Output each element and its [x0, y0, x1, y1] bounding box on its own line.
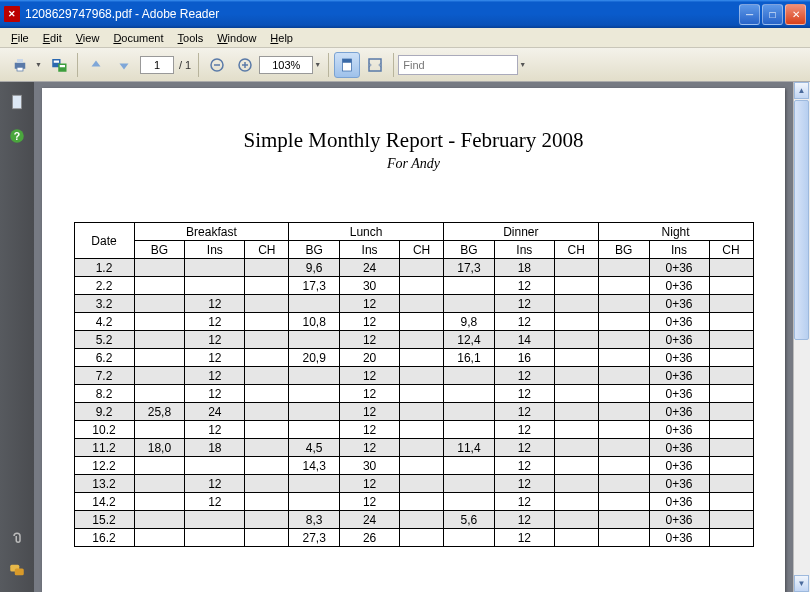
- menu-file[interactable]: File: [4, 30, 36, 46]
- cell: [709, 511, 753, 529]
- next-page-button[interactable]: [111, 52, 137, 78]
- report-title: Simple Monthly Report - February 2008: [62, 128, 765, 153]
- prev-page-button[interactable]: [83, 52, 109, 78]
- comments-button[interactable]: [5, 558, 29, 582]
- zoom-in-button[interactable]: [232, 52, 258, 78]
- zoom-out-button[interactable]: [204, 52, 230, 78]
- question-icon: ?: [8, 127, 26, 145]
- cell: [185, 511, 245, 529]
- close-button[interactable]: ✕: [785, 4, 806, 25]
- cell: 6.2: [74, 349, 134, 367]
- cell: 14,3: [289, 457, 340, 475]
- cell: 5.2: [74, 331, 134, 349]
- report-table: Date Breakfast Lunch Dinner Night BGInsC…: [74, 222, 754, 547]
- pdf-page: Simple Monthly Report - February 2008 Fo…: [42, 88, 785, 592]
- speech-icon: [8, 561, 26, 579]
- cell: [400, 295, 444, 313]
- fit-page-button[interactable]: [334, 52, 360, 78]
- cell: [245, 385, 289, 403]
- cell: [554, 277, 598, 295]
- menu-document[interactable]: Document: [106, 30, 170, 46]
- help-panel-button[interactable]: ?: [5, 124, 29, 148]
- subcol: CH: [245, 241, 289, 259]
- cell: [554, 259, 598, 277]
- cell: 2.2: [74, 277, 134, 295]
- table-row: 6.21220,92016,1160+36: [74, 349, 753, 367]
- menu-help[interactable]: Help: [263, 30, 300, 46]
- print-button[interactable]: [7, 52, 33, 78]
- table-row: 16.227,326120+36: [74, 529, 753, 547]
- cell: [134, 295, 185, 313]
- cell: 9,6: [289, 259, 340, 277]
- scroll-down-button[interactable]: ▼: [794, 575, 809, 592]
- find-dropdown[interactable]: ▼: [518, 52, 527, 78]
- cell: 12: [185, 313, 245, 331]
- paperclip-icon: [8, 527, 26, 545]
- cell: 12: [494, 457, 554, 475]
- cell: [554, 493, 598, 511]
- cell: [598, 475, 649, 493]
- cell: 12: [340, 295, 400, 313]
- maximize-button[interactable]: □: [762, 4, 783, 25]
- table-row: 15.28,3245,6120+36: [74, 511, 753, 529]
- cell: 0+36: [649, 475, 709, 493]
- cell: [400, 367, 444, 385]
- cell: [134, 367, 185, 385]
- pages-panel-button[interactable]: [5, 90, 29, 114]
- zoom-dropdown[interactable]: ▼: [313, 52, 322, 78]
- cell: 5,6: [443, 511, 494, 529]
- cell: 0+36: [649, 439, 709, 457]
- plus-icon: [236, 56, 254, 74]
- cell: [400, 439, 444, 457]
- table-row: 11.218,0184,51211,4120+36: [74, 439, 753, 457]
- cell: [598, 277, 649, 295]
- scroll-up-button[interactable]: ▲: [794, 82, 809, 99]
- cell: 0+36: [649, 367, 709, 385]
- cell: [289, 475, 340, 493]
- page-total-label: / 1: [179, 59, 191, 71]
- cell: 10.2: [74, 421, 134, 439]
- cell: 17,3: [289, 277, 340, 295]
- window-title: 1208629747968.pdf - Adobe Reader: [25, 7, 219, 21]
- cell: [185, 529, 245, 547]
- find-input[interactable]: [398, 55, 518, 75]
- cell: 0+36: [649, 511, 709, 529]
- cell: 12: [185, 421, 245, 439]
- fit-width-button[interactable]: [362, 52, 388, 78]
- cell: [245, 439, 289, 457]
- cell: [554, 457, 598, 475]
- cell: 12: [185, 493, 245, 511]
- cell: [554, 367, 598, 385]
- menu-view[interactable]: View: [69, 30, 107, 46]
- cell: [245, 403, 289, 421]
- save-button[interactable]: [46, 52, 72, 78]
- cell: 20,9: [289, 349, 340, 367]
- document-viewport[interactable]: Simple Monthly Report - February 2008 Fo…: [34, 82, 793, 592]
- cell: 12.2: [74, 457, 134, 475]
- cell: [134, 313, 185, 331]
- minimize-button[interactable]: ─: [739, 4, 760, 25]
- svg-rect-13: [343, 59, 352, 63]
- menu-tools[interactable]: Tools: [171, 30, 211, 46]
- subcol: Ins: [494, 241, 554, 259]
- cell: 16: [494, 349, 554, 367]
- cell: [185, 277, 245, 295]
- zoom-input[interactable]: [259, 56, 313, 74]
- scroll-thumb[interactable]: [794, 100, 809, 340]
- cell: [443, 295, 494, 313]
- cell: 12,4: [443, 331, 494, 349]
- cell: [709, 385, 753, 403]
- menubar: File Edit View Document Tools Window Hel…: [0, 28, 810, 48]
- menu-edit[interactable]: Edit: [36, 30, 69, 46]
- attachments-button[interactable]: [5, 524, 29, 548]
- cell: 20: [340, 349, 400, 367]
- menu-window[interactable]: Window: [210, 30, 263, 46]
- cell: [709, 349, 753, 367]
- print-dropdown[interactable]: ▼: [34, 52, 43, 78]
- page-number-input[interactable]: [140, 56, 174, 74]
- cell: [554, 349, 598, 367]
- vertical-scrollbar[interactable]: ▲ ▼: [793, 82, 810, 592]
- svg-rect-19: [15, 569, 24, 576]
- cell: 24: [185, 403, 245, 421]
- cell: [709, 313, 753, 331]
